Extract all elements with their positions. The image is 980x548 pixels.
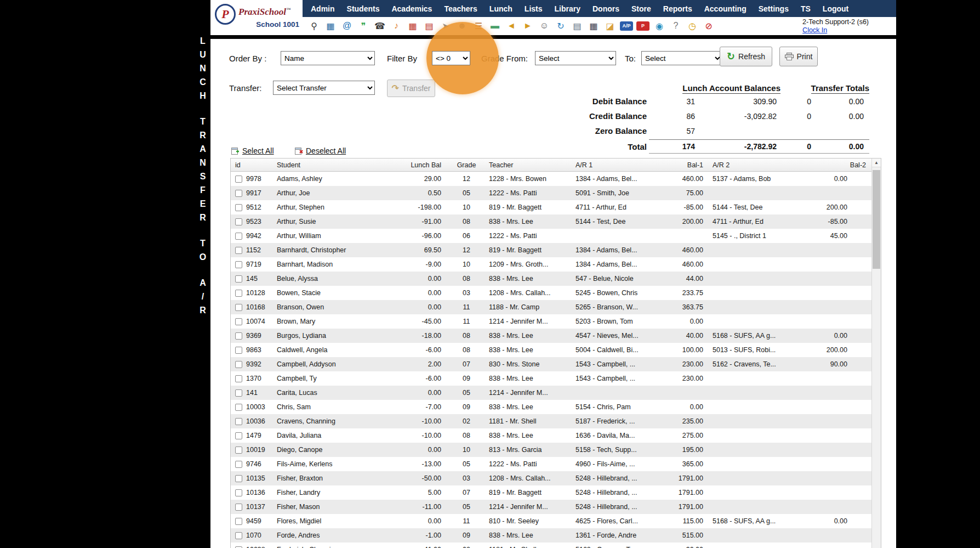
- row-checkbox[interactable]: [235, 475, 242, 482]
- refresh-button[interactable]: ↻ Refresh: [720, 47, 772, 66]
- print-button[interactable]: Print: [779, 47, 818, 66]
- row-checkbox[interactable]: [235, 461, 242, 468]
- search-icon[interactable]: ⚲: [306, 20, 322, 32]
- row-checkbox[interactable]: [235, 546, 242, 548]
- table-row[interactable]: 10137Fisher, Mason-11.00051214 - Jennife…: [231, 500, 871, 514]
- import-icon[interactable]: ◄: [503, 20, 520, 32]
- column-header-lunch-bal[interactable]: Lunch Bal: [386, 161, 447, 169]
- table-row[interactable]: 1370Campbell, Ty-6.0009838 - Mrs. Lee154…: [231, 371, 871, 386]
- table-row[interactable]: 10074Brown, Mary-45.00111214 - Jennifer …: [231, 314, 871, 329]
- table-row[interactable]: 9917Arthur, Joe0.50051222 - Ms. Patti509…: [231, 186, 871, 200]
- card-icon[interactable]: ▬: [487, 20, 503, 32]
- nav-item-donors[interactable]: Donors: [586, 4, 625, 13]
- nav-item-logout[interactable]: Logout: [817, 4, 854, 13]
- nav-item-reports[interactable]: Reports: [657, 4, 698, 13]
- table-row[interactable]: 9523Arthur, Susie-91.0008838 - Mrs. Lee5…: [231, 214, 871, 229]
- row-checkbox[interactable]: [235, 261, 242, 268]
- calendar-icon[interactable]: ▦: [404, 20, 421, 32]
- row-checkbox[interactable]: [235, 518, 242, 525]
- row-checkbox[interactable]: [235, 204, 242, 211]
- row-checkbox[interactable]: [235, 361, 242, 368]
- table-row[interactable]: 9369Burgos, Lydiana-18.0008838 - Mrs. Le…: [231, 329, 871, 343]
- table-row[interactable]: 10135Fisher, Braxton-50.00031208 - Mrs. …: [231, 471, 871, 485]
- sync-icon[interactable]: ↻: [552, 20, 569, 32]
- phone-icon[interactable]: ☎: [372, 20, 388, 32]
- column-header-a-r-2[interactable]: A/R 2: [709, 161, 790, 169]
- row-checkbox[interactable]: [235, 389, 242, 397]
- column-header-a-r-1[interactable]: A/R 1: [572, 161, 650, 169]
- table-row[interactable]: 9863Caldwell, Angela-6.0008838 - Mrs. Le…: [231, 343, 871, 357]
- grade-to-select[interactable]: Select: [641, 51, 722, 65]
- table-row[interactable]: 1479Davila, Juliana-10.0008838 - Mrs. Le…: [231, 428, 871, 443]
- filter-by-select[interactable]: <> 0: [432, 51, 470, 65]
- table-row[interactable]: 10036Cravens, Channing-10.00021181 - Mr.…: [231, 414, 871, 428]
- globe-icon[interactable]: ◉: [651, 20, 668, 32]
- nav-item-lunch[interactable]: Lunch: [483, 4, 519, 13]
- table-row[interactable]: 141Carita, Lucas0.00051214 - Jennifer M.…: [231, 386, 871, 400]
- table-row[interactable]: 1070Forde, Andres-1.0009838 - Mrs. Lee13…: [231, 528, 871, 543]
- nav-item-settings[interactable]: Settings: [753, 4, 795, 13]
- row-checkbox[interactable]: [235, 347, 242, 354]
- deselect-all-link[interactable]: Deselect All: [295, 146, 346, 155]
- table-row[interactable]: 10128Bowen, Stacie0.00031208 - Mrs. Call…: [231, 286, 871, 300]
- column-header-bal-2[interactable]: Bal-2: [790, 161, 871, 169]
- column-header-student[interactable]: Student: [274, 161, 386, 169]
- row-checkbox[interactable]: [235, 218, 242, 225]
- table-row[interactable]: 9942Arthur, William-96.00061222 - Ms. Pa…: [231, 229, 871, 243]
- nav-item-academics[interactable]: Academics: [385, 4, 438, 13]
- row-checkbox[interactable]: [235, 504, 242, 511]
- table-row[interactable]: 9459Flores, Migdiel0.0011810 - Mr. Seele…: [231, 514, 871, 528]
- nav-item-accounting[interactable]: Accounting: [698, 4, 753, 13]
- row-checkbox[interactable]: [235, 318, 242, 325]
- chat-icon[interactable]: ❞: [355, 20, 372, 32]
- table-row[interactable]: 9512Arthur, Stephen-198.0010819 - Mr. Ba…: [231, 200, 871, 214]
- pdf-icon[interactable]: P: [636, 21, 649, 31]
- folder-chart-icon[interactable]: ◪: [602, 20, 618, 32]
- order-by-select[interactable]: Name: [281, 51, 375, 65]
- transfer-select[interactable]: Select Transfer: [273, 81, 375, 95]
- clock-icon[interactable]: ◷: [684, 20, 700, 32]
- scrollbar-up-arrow[interactable]: ▲: [872, 159, 881, 167]
- speaker-icon[interactable]: ♪: [388, 20, 404, 32]
- alert-icon[interactable]: ⊘: [700, 20, 717, 32]
- column-header-grade[interactable]: Grade: [447, 161, 486, 169]
- table-row[interactable]: 10038Frederick, Channing-41.00021181 - M…: [231, 543, 871, 548]
- row-checkbox[interactable]: [235, 404, 242, 411]
- row-checkbox[interactable]: [235, 489, 242, 496]
- table-row[interactable]: 10168Branson, Owen0.00111188 - Mr. Camp5…: [231, 300, 871, 314]
- list-icon[interactable]: ▤: [569, 20, 585, 32]
- student-icon[interactable]: ☺: [536, 20, 552, 32]
- grade-from-select[interactable]: Select: [535, 51, 616, 65]
- row-checkbox[interactable]: [235, 418, 242, 425]
- column-header-bal-1[interactable]: Bal-1: [650, 161, 709, 169]
- row-checkbox[interactable]: [235, 190, 242, 197]
- nav-item-library[interactable]: Library: [549, 4, 586, 13]
- table-scrollbar[interactable]: ▲: [871, 159, 881, 548]
- email-icon[interactable]: @: [339, 20, 355, 32]
- select-all-link[interactable]: Select All: [231, 146, 274, 155]
- spreadsheet-icon[interactable]: ▦: [322, 20, 339, 32]
- ap-icon[interactable]: A/P: [620, 21, 633, 31]
- nav-item-teachers[interactable]: Teachers: [438, 4, 483, 13]
- column-header-teacher[interactable]: Teacher: [486, 161, 572, 169]
- column-header-id[interactable]: id: [231, 161, 274, 169]
- row-checkbox[interactable]: [235, 233, 242, 240]
- table-row[interactable]: 10019Diego, Canope0.0010813 - Mrs. Garci…: [231, 443, 871, 457]
- row-checkbox[interactable]: [235, 290, 242, 297]
- nav-item-students[interactable]: Students: [341, 4, 386, 13]
- row-checkbox[interactable]: [235, 432, 242, 439]
- row-checkbox[interactable]: [235, 447, 242, 454]
- table-row[interactable]: 9978Adams, Ashley29.00121228 - Mrs. Bowe…: [231, 172, 871, 186]
- export-icon[interactable]: ►: [520, 20, 536, 32]
- row-checkbox[interactable]: [235, 532, 242, 539]
- nav-item-ts[interactable]: TS: [795, 4, 817, 13]
- table-row[interactable]: 10003Chris, Sam-7.0009838 - Mrs. Lee5154…: [231, 400, 871, 414]
- table-row[interactable]: 9392Campbell, Addyson2.0007830 - Mrs. St…: [231, 357, 871, 371]
- calendar-alt-icon[interactable]: ▤: [421, 20, 437, 32]
- transfer-button[interactable]: ↷ Transfer: [387, 80, 435, 97]
- scrollbar-thumb[interactable]: [873, 170, 880, 269]
- help-icon[interactable]: ?: [668, 20, 684, 32]
- nav-item-lists[interactable]: Lists: [519, 4, 549, 13]
- row-checkbox[interactable]: [235, 332, 242, 340]
- row-checkbox[interactable]: [235, 275, 242, 283]
